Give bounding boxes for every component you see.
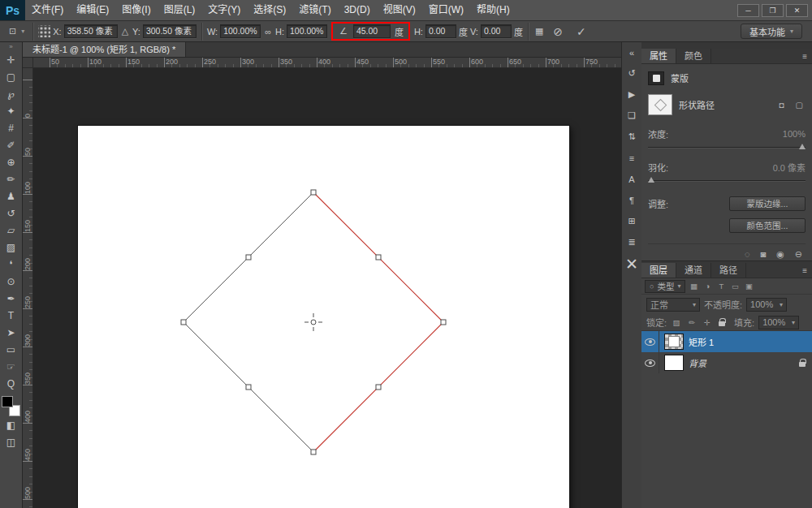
feather-slider[interactable]	[648, 176, 806, 184]
link-dimensions-icon[interactable]: ∞	[263, 27, 273, 37]
layer-comps-panel-icon[interactable]: ⊞	[623, 213, 641, 229]
workspace-switcher[interactable]: 基本功能 ▾	[741, 24, 802, 39]
clone-stamp-tool-icon[interactable]: ♟	[1, 187, 22, 204]
delete-mask-icon[interactable]: ⊖	[795, 249, 802, 260]
layer-name[interactable]: 矩形 1	[689, 335, 714, 348]
density-slider-knob[interactable]	[799, 144, 806, 149]
menu-item[interactable]: 文件(F)	[25, 0, 70, 20]
type-tool-icon[interactable]: T	[1, 307, 22, 324]
layer-row-rectangle-1[interactable]: 矩形 1	[641, 331, 812, 352]
cancel-transform-icon[interactable]: ⊘	[547, 25, 568, 38]
character-panel-icon[interactable]: A	[623, 171, 641, 187]
close-icon[interactable]: ✕	[625, 256, 638, 273]
hand-tool-icon[interactable]: ☞	[1, 358, 22, 375]
panel-menu-icon[interactable]: ≡	[802, 49, 812, 63]
layer-visibility-toggle[interactable]	[641, 331, 659, 352]
notes-panel-icon[interactable]: ≣	[623, 235, 641, 250]
tab-channels[interactable]: 通道	[676, 263, 711, 278]
menu-item[interactable]: 文字(Y)	[201, 0, 247, 20]
opacity-dropdown[interactable]: 100% ▾	[746, 298, 787, 312]
tool-preset-picker[interactable]: ⊡ ▾	[4, 24, 28, 40]
expand-panels-icon[interactable]: «	[623, 45, 641, 60]
horizontal-ruler[interactable]: 50 100 150 200 250 300 350 400 450 500 5…	[33, 58, 621, 68]
y-input[interactable]: 300.50 像素	[143, 24, 197, 38]
transform-handle[interactable]	[441, 320, 446, 325]
x-input[interactable]: 358.50 像素	[64, 24, 118, 38]
styles-panel-icon[interactable]: ❏	[623, 108, 641, 123]
history-panel-icon[interactable]: ↺	[623, 66, 641, 81]
menu-item[interactable]: 编辑(E)	[70, 0, 115, 20]
layer-list-empty-area[interactable]	[641, 373, 812, 508]
smart-object-filter-icon[interactable]: ▣	[743, 282, 754, 291]
close-button[interactable]: ✕	[786, 4, 808, 17]
tab-layers[interactable]: 图层	[641, 263, 676, 278]
crop-tool-icon[interactable]: #	[1, 119, 22, 136]
load-selection-from-mask-icon[interactable]: ◌	[745, 249, 750, 260]
skew-v-input[interactable]: 0.00	[481, 24, 512, 38]
tab-properties[interactable]: 属性	[641, 49, 676, 63]
layer-visibility-toggle[interactable]	[641, 352, 659, 373]
shape-filter-icon[interactable]: ▭	[729, 282, 741, 291]
paragraph-panel-icon[interactable]: ¶	[623, 192, 641, 208]
shape-path-outline[interactable]	[313, 192, 443, 452]
menu-item[interactable]: 滤镜(T)	[292, 0, 337, 20]
menu-item[interactable]: 3D(D)	[338, 0, 377, 20]
width-input[interactable]: 100.00%	[220, 24, 261, 38]
transform-handle[interactable]	[311, 450, 316, 454]
ruler-origin[interactable]	[23, 58, 33, 68]
eraser-tool-icon[interactable]: ▱	[1, 222, 22, 239]
add-vector-mask-icon[interactable]: ▢	[793, 101, 806, 110]
transform-handle[interactable]	[376, 385, 381, 390]
transform-handle[interactable]	[246, 385, 251, 390]
lock-pixels-icon[interactable]: ✏	[686, 318, 698, 327]
reference-point-locator[interactable]	[38, 25, 50, 37]
mask-edge-button[interactable]: 蒙版边缘...	[729, 196, 806, 211]
layer-thumbnail[interactable]	[664, 355, 684, 371]
color-range-button[interactable]: 颜色范围...	[729, 218, 806, 233]
quick-mask-icon[interactable]: ◧	[1, 416, 22, 433]
eyedropper-tool-icon[interactable]: ✐	[1, 136, 22, 153]
vertical-ruler[interactable]: 0 50 100 150 200 250 300 350 400 450 500	[23, 68, 33, 508]
lock-transparency-icon[interactable]: ▨	[671, 318, 682, 327]
layer-row-background[interactable]: 背景	[641, 352, 812, 373]
transform-handle[interactable]	[376, 255, 381, 260]
enable-mask-icon[interactable]: ◉	[776, 249, 784, 260]
brush-tool-icon[interactable]: ✏	[1, 170, 22, 187]
foreground-color-swatch[interactable]	[2, 396, 13, 407]
pixel-filter-icon[interactable]: ▦	[688, 282, 699, 291]
blur-tool-icon[interactable]: ❛	[1, 256, 22, 273]
zoom-tool-icon[interactable]: Q	[1, 375, 22, 392]
document-tab[interactable]: 未标题-1 @ 100% (矩形 1, RGB/8) *	[23, 42, 186, 57]
height-input[interactable]: 100.00%	[287, 24, 327, 38]
filter-type-dropdown[interactable]: ○ 类型 ▾	[645, 280, 685, 293]
adjustment-filter-icon[interactable]: ◑	[702, 282, 713, 291]
rotation-input[interactable]: 45.00	[353, 24, 391, 38]
pen-tool-icon[interactable]: ✒	[1, 290, 22, 307]
quick-selection-tool-icon[interactable]: ✦	[1, 102, 22, 119]
info-panel-icon[interactable]: ≡	[623, 150, 641, 166]
clone-source-panel-icon[interactable]: ⇅	[623, 129, 641, 144]
tab-color[interactable]: 颜色	[676, 49, 711, 63]
commit-transform-icon[interactable]: ✓	[571, 25, 592, 38]
transform-handle[interactable]	[311, 190, 316, 195]
collapse-toolbar-icon[interactable]: »	[9, 43, 12, 51]
history-brush-tool-icon[interactable]: ↺	[1, 204, 22, 222]
transform-handle[interactable]	[181, 320, 186, 325]
warp-mode-icon[interactable]: ▦	[533, 26, 545, 37]
menu-item[interactable]: 视图(V)	[377, 0, 422, 20]
lock-all-icon[interactable]	[717, 316, 727, 329]
panel-menu-icon[interactable]: ≡	[802, 263, 812, 278]
rectangle-tool-icon[interactable]: ▭	[1, 341, 22, 358]
gradient-tool-icon[interactable]: ▨	[1, 239, 22, 256]
healing-brush-tool-icon[interactable]: ⊕	[1, 153, 22, 170]
menu-item[interactable]: 帮助(H)	[470, 0, 516, 20]
feather-value[interactable]: 0.0 像素	[773, 161, 806, 174]
type-filter-icon[interactable]: T	[715, 282, 727, 291]
dodge-tool-icon[interactable]: ⊙	[1, 273, 22, 290]
restore-button[interactable]: ❐	[762, 4, 784, 17]
lasso-tool-icon[interactable]: ℘	[1, 85, 22, 102]
move-tool-icon[interactable]: ✛	[1, 51, 22, 68]
marquee-tool-icon[interactable]: ▢	[1, 68, 22, 85]
blend-mode-dropdown[interactable]: 正常 ▾	[646, 298, 700, 312]
relative-position-toggle-icon[interactable]: △	[120, 26, 130, 37]
